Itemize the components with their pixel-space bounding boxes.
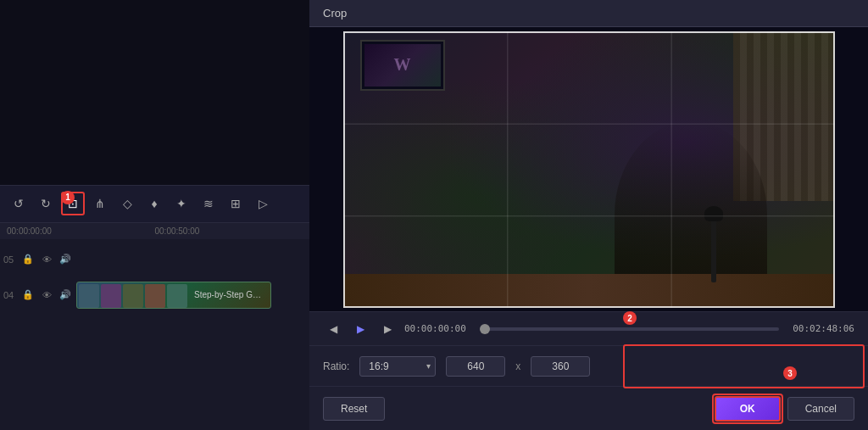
undo-icon: ↺ bbox=[14, 197, 24, 210]
video-clip[interactable]: Step-by-Step Guide to Video Presen... bbox=[76, 282, 271, 309]
badge-2: 2 bbox=[623, 311, 637, 325]
play-button[interactable]: ▶ bbox=[350, 319, 370, 339]
microphone-icon: ♦ bbox=[151, 197, 157, 210]
toolbar-row: 1 ↺ ↻ ⊡ ⋔ ◇ ♦ ✦ ≋ ⊞ ▷ bbox=[0, 185, 309, 222]
track-audio-button-05[interactable]: 🔊 bbox=[58, 252, 73, 267]
mic-stand bbox=[711, 206, 716, 282]
cut-button[interactable]: ⋔ bbox=[88, 192, 112, 215]
ratio-select-wrapper: 16:9 4:3 1:1 9:16 Custom ▾ bbox=[359, 356, 436, 377]
reset-button[interactable]: Reset bbox=[323, 397, 385, 421]
track-lock-button-04[interactable]: 🔒 bbox=[20, 288, 36, 303]
undo-button[interactable]: ↺ bbox=[7, 192, 31, 215]
monitor-screen: W bbox=[364, 44, 441, 87]
badge-3: 3 bbox=[783, 366, 797, 380]
crop-header: Crop bbox=[309, 0, 868, 27]
crop-dialog-title: Crop bbox=[323, 7, 347, 20]
camera-icon: ⊞ bbox=[231, 197, 241, 210]
redo-button[interactable]: ↻ bbox=[34, 192, 58, 215]
preview-area bbox=[0, 0, 309, 185]
x-separator: x bbox=[515, 360, 520, 372]
ruler-start-time: 00:00:00:00 bbox=[7, 226, 155, 236]
crop-actions-row: 3 Reset OK Cancel bbox=[309, 386, 868, 430]
waveform-icon: ≋ bbox=[203, 197, 214, 210]
shield-icon: ◇ bbox=[123, 197, 132, 210]
ratio-controls-highlight bbox=[623, 344, 865, 388]
width-input[interactable] bbox=[446, 356, 505, 377]
redo-icon: ↻ bbox=[41, 197, 51, 210]
cancel-button[interactable]: Cancel bbox=[787, 397, 854, 421]
monitor-decoration: W bbox=[360, 40, 445, 91]
end-time-display: 00:02:48:06 bbox=[793, 323, 854, 334]
track-controls-04: 🔒 👁 🔊 bbox=[17, 288, 76, 303]
ruler-mid-time: 00:00:50:00 bbox=[155, 226, 303, 236]
waveform-button[interactable]: ≋ bbox=[197, 192, 220, 215]
crop-dialog: Crop W bbox=[309, 0, 868, 430]
clip-thumb-3 bbox=[123, 284, 143, 308]
track-controls-05: 🔒 👁 🔊 bbox=[17, 252, 76, 267]
progress-bar[interactable] bbox=[480, 327, 779, 331]
track-number-04: 04 bbox=[0, 290, 17, 300]
play-toolbar-button[interactable]: ▷ bbox=[251, 192, 275, 215]
prev-frame-icon: ◀ bbox=[330, 323, 337, 335]
left-panel: 1 ↺ ↻ ⊡ ⋔ ◇ ♦ ✦ ≋ ⊞ ▷ 00:00: bbox=[0, 0, 309, 430]
play-icon: ▷ bbox=[259, 197, 268, 210]
track-eye-button-04[interactable]: 👁 bbox=[39, 288, 54, 303]
w-logo: W bbox=[394, 55, 411, 75]
play-icon: ▶ bbox=[357, 323, 364, 335]
height-input[interactable] bbox=[531, 356, 590, 377]
next-frame-button[interactable]: ▶ bbox=[377, 319, 398, 339]
crop-controls-row: Ratio: 16:9 4:3 1:1 9:16 Custom ▾ x bbox=[309, 345, 868, 386]
ratio-label: Ratio: bbox=[323, 360, 349, 372]
track-row-04: 04 🔒 👁 🔊 Step-by-Step Guide to Video Pre… bbox=[0, 278, 309, 312]
desk-decoration bbox=[343, 274, 835, 308]
playback-bar: ◀ ▶ ▶ 00:00:00:00 00:02:48:06 bbox=[309, 311, 868, 345]
prev-frame-button[interactable]: ◀ bbox=[323, 319, 343, 339]
cut-icon: ⋔ bbox=[95, 197, 105, 210]
clip-thumbnails bbox=[77, 282, 189, 308]
ok-button-wrapper: OK bbox=[715, 396, 781, 422]
clip-thumb-5 bbox=[167, 284, 187, 308]
timeline-ruler: 00:00:00:00 00:00:50:00 bbox=[0, 222, 309, 239]
clip-thumb-2 bbox=[101, 284, 121, 308]
track-lock-button-05[interactable]: 🔒 bbox=[20, 252, 36, 267]
current-time-display: 00:00:00:00 bbox=[404, 323, 466, 334]
track-number-05: 05 bbox=[0, 254, 17, 265]
crop-preview-container: W bbox=[309, 27, 868, 311]
magic-button[interactable]: ✦ bbox=[170, 192, 193, 215]
clip-thumb-1 bbox=[79, 284, 99, 308]
clip-label: Step-by-Step Guide to Video Presen... bbox=[189, 290, 270, 299]
next-frame-icon: ▶ bbox=[384, 323, 392, 335]
video-frame: W bbox=[343, 31, 835, 308]
track-content-04: Step-by-Step Guide to Video Presen... bbox=[76, 280, 309, 310]
magic-icon: ✦ bbox=[176, 197, 186, 210]
video-background: W bbox=[343, 31, 835, 308]
tracks-area: 05 🔒 👁 🔊 04 🔒 👁 🔊 bbox=[0, 239, 309, 431]
track-content-05 bbox=[76, 244, 309, 275]
track-eye-button-05[interactable]: 👁 bbox=[39, 252, 54, 267]
ok-button[interactable]: OK bbox=[715, 396, 781, 422]
track-audio-button-04[interactable]: 🔊 bbox=[58, 288, 73, 303]
progress-handle[interactable] bbox=[480, 324, 490, 334]
track-row-05: 05 🔒 👁 🔊 bbox=[0, 243, 309, 276]
clip-thumb-4 bbox=[145, 284, 165, 308]
badge-1: 1 bbox=[61, 191, 75, 204]
camera-button[interactable]: ⊞ bbox=[224, 192, 248, 215]
ratio-select[interactable]: 16:9 4:3 1:1 9:16 Custom bbox=[359, 356, 436, 377]
shield-button[interactable]: ◇ bbox=[115, 192, 139, 215]
mic-button[interactable]: ♦ bbox=[142, 192, 166, 215]
